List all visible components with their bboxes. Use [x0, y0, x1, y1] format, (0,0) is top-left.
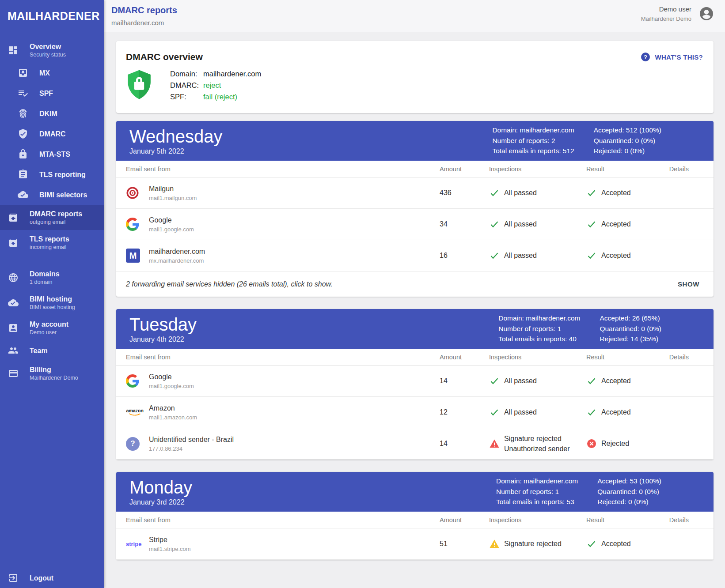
- sender-domain: mail1.google.com: [149, 383, 194, 389]
- day-card-monday: MondayJanuary 3rd 2022Domain: mailharden…: [116, 472, 714, 560]
- brand-logo: MAILHARDENER: [0, 0, 104, 27]
- sidebar-item-dmarc-reports[interactable]: DMARC reportsoutgoing email: [0, 205, 104, 230]
- table-row[interactable]: stripeStripemail1.stripe.com51Signature …: [116, 528, 714, 560]
- sidebar-item-dkim[interactable]: DKIM: [0, 103, 104, 124]
- sidebar-item-bimi-hosting[interactable]: BIMI hostingBIMI asset hosting: [0, 290, 104, 315]
- details-toggle[interactable]: [691, 408, 704, 416]
- result-text: Accepted: [601, 539, 631, 548]
- sender-domain: mail1.amazon.com: [149, 414, 197, 421]
- sender-domain: mx.mailhardener.com: [149, 257, 205, 264]
- sidebar-item-tls-reports[interactable]: TLS reportsincoming email: [0, 230, 104, 255]
- whats-this-link[interactable]: ? WHAT'S THIS?: [640, 52, 703, 62]
- inspections-cell: All passed: [489, 376, 586, 386]
- hidden-services-notice[interactable]: 2 forwarding email services hidden (26 e…: [126, 280, 333, 288]
- logout-button[interactable]: Logout: [0, 568, 104, 588]
- result-text: Accepted: [601, 220, 631, 229]
- details-toggle[interactable]: [691, 540, 704, 548]
- stat-line: Quarantined: 0 (0%): [600, 324, 661, 334]
- col-amount: Amount: [440, 516, 489, 524]
- check-icon: [586, 219, 597, 230]
- details-toggle[interactable]: [691, 189, 704, 197]
- sidebar-item-mx[interactable]: MX: [0, 63, 104, 83]
- content-area: DMARC overview ? WHAT'S THIS?: [104, 32, 725, 588]
- sidebar-nav: OverviewSecurity statusMXSPFDKIMDMARCMTA…: [0, 38, 104, 386]
- overview-row: DMARC:reject: [170, 81, 261, 90]
- unknown-logo: ?: [126, 436, 144, 452]
- check-icon: [586, 539, 597, 549]
- table-header-row: Email sent fromAmountInspectionsResultDe…: [116, 512, 714, 528]
- sidebar-item-team[interactable]: Team: [0, 340, 104, 361]
- top-bar: DMARC reports mailhardener.com Demo user…: [104, 0, 725, 32]
- stripe-logo: stripe: [126, 536, 144, 552]
- table-row[interactable]: Mailgunmail1.mailgun.com436All passedAcc…: [116, 177, 714, 209]
- result-cell: Accepted: [586, 188, 661, 198]
- inspection-text: Signature rejected: [504, 539, 562, 548]
- result-cell: Accepted: [586, 376, 661, 386]
- stat-line: Accepted: 53 (100%): [597, 476, 661, 486]
- show-button[interactable]: SHOW: [673, 277, 704, 291]
- check-icon: [586, 407, 597, 418]
- stat-line: Accepted: 26 (65%): [600, 313, 661, 324]
- sidebar-item-overview[interactable]: OverviewSecurity status: [0, 38, 104, 63]
- sidebar-item-billing[interactable]: BillingMailhardener Demo: [0, 361, 104, 386]
- shield-check-icon: [18, 128, 28, 139]
- check-icon: [586, 376, 597, 386]
- sidebar-item-domains[interactable]: Domains1 domain: [0, 265, 104, 290]
- user-org: Mailhardener Demo: [641, 15, 691, 22]
- table-row[interactable]: Googlemail1.google.com34All passedAccept…: [116, 209, 714, 240]
- details-toggle[interactable]: [691, 440, 704, 448]
- warning-red-icon: [489, 438, 500, 449]
- day-header: MondayJanuary 3rd 2022Domain: mailharden…: [116, 472, 714, 512]
- user-menu[interactable]: Demo user Mailhardener Demo: [641, 5, 714, 22]
- sender-name: mailhardener.com: [149, 248, 205, 256]
- col-sender: Email sent from: [126, 354, 440, 361]
- table-row[interactable]: ?Unidentified sender - Brazil177.0.86.23…: [116, 428, 714, 460]
- sidebar-item-dmarc[interactable]: DMARC: [0, 124, 104, 144]
- table-row[interactable]: amazonAmazonmail1.amazon.com12All passed…: [116, 397, 714, 428]
- day-date: January 4th 2022: [129, 335, 197, 343]
- sidebar-item-mta-sts[interactable]: MTA-STS: [0, 144, 104, 164]
- stat-line: Number of reports: 2: [492, 136, 574, 146]
- sender-domain: mail1.stripe.com: [149, 546, 191, 552]
- avatar-icon[interactable]: [698, 6, 714, 22]
- mailhardener-logo: M: [126, 248, 144, 264]
- sidebar-item-my-account[interactable]: My accountDemo user: [0, 315, 104, 340]
- amount-value: 14: [440, 377, 489, 385]
- result-cell: Rejected: [586, 438, 661, 449]
- stat-line: Quarantined: 0 (0%): [594, 136, 661, 146]
- sidebar-item-bimi-selectors[interactable]: BIMI selectors: [0, 185, 104, 205]
- result-cell: Accepted: [586, 539, 661, 549]
- inspection-text: Signature rejected: [504, 434, 570, 443]
- col-amount: Amount: [440, 354, 489, 361]
- amount-value: 14: [440, 440, 489, 448]
- shield-lock-icon: [127, 69, 152, 100]
- col-inspections: Inspections: [489, 354, 586, 361]
- clipboard-icon: [18, 169, 28, 180]
- table-row[interactable]: Googlemail1.google.com14All passedAccept…: [116, 366, 714, 397]
- inspection-text: All passed: [504, 408, 537, 417]
- sender-domain: mail1.mailgun.com: [149, 195, 197, 201]
- stat-line: Domain: mailhardener.com: [496, 476, 578, 486]
- amazon-logo: amazon: [126, 404, 144, 420]
- sender-name: Amazon: [149, 404, 197, 412]
- mailgun-logo: [126, 185, 144, 201]
- details-toggle[interactable]: [691, 220, 704, 228]
- sender-name: Google: [149, 216, 194, 224]
- stat-line: Domain: mailhardener.com: [492, 125, 574, 136]
- overview-row: Domain:mailhardener.com: [170, 69, 261, 79]
- details-toggle[interactable]: [691, 252, 704, 260]
- whats-this-label: WHAT'S THIS?: [655, 53, 703, 61]
- table-row[interactable]: Mmailhardener.commx.mailhardener.com16Al…: [116, 240, 714, 271]
- stat-line: Rejected: 14 (35%): [600, 334, 661, 344]
- details-toggle[interactable]: [691, 377, 704, 385]
- check-icon: [489, 219, 500, 230]
- day-header: TuesdayJanuary 4th 2022Domain: mailharde…: [116, 309, 714, 349]
- amount-value: 12: [440, 408, 489, 416]
- overview-value: reject: [203, 81, 221, 90]
- stat-line: Rejected: 0 (0%): [594, 146, 661, 156]
- result-cell: Accepted: [586, 250, 661, 261]
- stat-line: Domain: mailhardener.com: [498, 313, 580, 324]
- sidebar-item-spf[interactable]: SPF: [0, 83, 104, 103]
- inspection-text: All passed: [504, 220, 537, 229]
- sidebar-item-tls-reporting[interactable]: TLS reporting: [0, 164, 104, 185]
